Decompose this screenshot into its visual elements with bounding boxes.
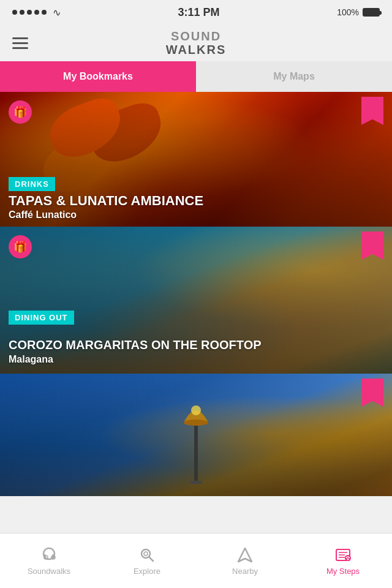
svg-point-3 (191, 405, 201, 415)
tab-bar: My Bookmarks My Maps (0, 61, 392, 92)
card-3[interactable] (0, 374, 392, 496)
card-2-title: COROZO MARGARITAS ON THE ROOFTOP (9, 338, 383, 352)
signal-dot-1 (12, 10, 17, 15)
svg-rect-6 (52, 554, 55, 559)
status-time: 3:11 PM (178, 6, 220, 19)
svg-marker-12 (238, 548, 252, 562)
card-2-category: DINING OUT (9, 311, 74, 325)
card-1[interactable]: 🎁 DRINKS TAPAS & LUNATIC AMBIANCE Caffé … (0, 92, 392, 227)
nav-explore[interactable]: Explore (98, 533, 196, 588)
nav-mysteps-label: My Steps (326, 567, 360, 576)
card-1-title: TAPAS & LUNATIC AMBIANCE (9, 194, 383, 208)
headphones-icon (40, 546, 58, 564)
lamp-illustration (172, 386, 221, 484)
logo-top: SOUND (166, 29, 227, 43)
card-1-bookmark[interactable] (361, 97, 383, 125)
app-header: SOUND WALKRS (0, 24, 392, 61)
menu-line-2 (12, 42, 28, 44)
svg-rect-0 (194, 423, 198, 484)
svg-rect-1 (190, 481, 202, 484)
svg-point-11 (144, 552, 148, 556)
card-1-gift-icon: 🎁 (9, 100, 32, 124)
menu-line-3 (12, 47, 28, 49)
logo-bottom: WALKRS (166, 43, 227, 56)
status-right: 100% (337, 7, 380, 17)
card-2[interactable]: 🎁 DINING OUT COROZO MARGARITAS ON THE RO… (0, 227, 392, 374)
card-3-bookmark[interactable] (361, 379, 383, 407)
nav-soundwalks[interactable]: Soundwalks (0, 533, 98, 588)
card-1-subtitle: Caffé Lunatico (9, 209, 77, 221)
signal-dot-4 (34, 10, 39, 15)
nav-mysteps[interactable]: My Steps (294, 533, 392, 588)
menu-button[interactable] (12, 37, 28, 49)
wifi-icon: ∿ (53, 7, 61, 18)
card-2-subtitle: Malagana (9, 354, 53, 365)
cards-container: 🎁 DRINKS TAPAS & LUNATIC AMBIANCE Caffé … (0, 92, 392, 496)
app-logo: SOUND WALKRS (166, 29, 227, 56)
battery-percentage: 100% (337, 7, 359, 17)
status-bar: ∿ 3:11 PM 100% (0, 0, 392, 24)
bookmark-shape-2 (361, 232, 383, 260)
nav-soundwalks-label: Soundwalks (28, 567, 70, 576)
nearby-icon (236, 546, 254, 564)
signal-dot-3 (27, 10, 32, 15)
bookmark-shape-3 (361, 379, 383, 407)
bottom-nav: Soundwalks Explore Nearby My Steps (0, 533, 392, 588)
nav-explore-label: Explore (134, 567, 160, 576)
svg-line-10 (149, 557, 153, 561)
explore-icon (138, 546, 156, 564)
card-2-overlay (0, 227, 392, 374)
bookmark-shape-1 (361, 97, 383, 125)
battery-icon (363, 8, 380, 17)
nav-nearby[interactable]: Nearby (196, 533, 294, 588)
mysteps-icon (334, 546, 352, 564)
svg-point-18 (347, 559, 349, 560)
tab-my-maps[interactable]: My Maps (196, 61, 392, 92)
card-2-gift-icon: 🎁 (9, 235, 32, 258)
nav-nearby-label: Nearby (232, 567, 258, 576)
menu-line-1 (12, 37, 28, 39)
card-2-bookmark[interactable] (361, 232, 383, 260)
signal-dot-2 (20, 10, 24, 15)
card-1-category: DRINKS (9, 177, 55, 191)
status-left: ∿ (12, 7, 61, 18)
tab-my-bookmarks[interactable]: My Bookmarks (0, 61, 196, 92)
svg-point-2 (184, 420, 208, 426)
signal-dot-5 (42, 10, 47, 15)
